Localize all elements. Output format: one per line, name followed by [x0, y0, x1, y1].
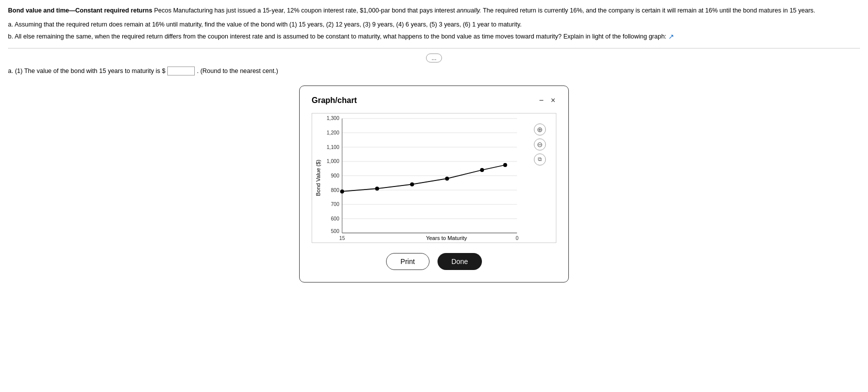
chart-area: 1,300 1,200 1,100 1,000 900 800 700 600 … [322, 118, 551, 238]
subquestion-a-text: Assuming that the required return does r… [14, 21, 521, 28]
external-link-icon: ⧉ [538, 156, 542, 162]
svg-text:900: 900 [331, 173, 339, 178]
zoom-in-button[interactable]: ⊕ [534, 124, 546, 136]
zoom-in-icon: ⊕ [537, 126, 543, 134]
bold-title: Bond value and time—Constant required re… [8, 7, 152, 14]
modal-footer: Print Done [312, 253, 556, 270]
modal-controls: − × [538, 96, 556, 104]
chart-svg: 1,300 1,200 1,100 1,000 900 800 700 600 … [342, 118, 551, 233]
modal-minimize-button[interactable]: − [538, 96, 544, 104]
section-divider [8, 48, 860, 48]
svg-text:1,300: 1,300 [327, 116, 340, 121]
collapse-row: ... [8, 54, 860, 62]
data-point-12 [375, 186, 379, 190]
subquestion-b-label: b. [8, 33, 13, 40]
modal-close-button[interactable]: × [550, 96, 556, 104]
y-axis-label: Bond Value ($) [312, 118, 322, 238]
zoom-out-button[interactable]: ⊖ [534, 138, 546, 150]
chart-zoom-controls: ⊕ ⊖ ⧉ [534, 124, 546, 166]
modal-header: Graph/chart − × [312, 96, 556, 105]
svg-text:1,100: 1,100 [327, 144, 340, 150]
chart-inner: Bond Value ($) [312, 118, 551, 238]
header-body: Pecos Manufacturing has just issued a 15… [154, 7, 815, 14]
data-point-9 [410, 182, 414, 186]
question-a-text1: a. (1) The value of the bond with 15 yea… [8, 68, 165, 74]
svg-text:0: 0 [515, 235, 518, 240]
svg-text:700: 700 [331, 202, 339, 207]
print-button[interactable]: Print [386, 253, 430, 270]
subquestions: a. Assuming that the required return doe… [8, 20, 860, 43]
external-link-button[interactable]: ⧉ [534, 154, 546, 166]
subquestion-b-text: All else remaining the same, when the re… [14, 33, 666, 40]
modal-title: Graph/chart [312, 96, 357, 105]
modal-overlay: Graph/chart − × Bond Value ($) [8, 86, 860, 282]
data-point-15 [340, 190, 344, 194]
header-description: Bond value and time—Constant required re… [8, 6, 860, 16]
chart-plot: 1,300 1,200 1,100 1,000 900 800 700 600 … [342, 118, 551, 233]
question-a-text2: . (Round to the nearest cent.) [197, 68, 278, 74]
data-point-3 [480, 168, 484, 172]
question-a: a. (1) The value of the bond with 15 yea… [8, 66, 860, 76]
svg-text:800: 800 [331, 187, 339, 192]
graph-chart-modal: Graph/chart − × Bond Value ($) [299, 86, 569, 282]
collapse-button[interactable]: ... [426, 54, 442, 62]
trend-icon[interactable]: ↗ [668, 32, 674, 40]
svg-text:600: 600 [331, 216, 339, 221]
answer-input[interactable] [167, 66, 195, 76]
svg-text:500: 500 [331, 228, 339, 234]
subquestion-a-label: a. [8, 21, 13, 28]
svg-text:1,200: 1,200 [327, 130, 340, 136]
svg-text:1,000: 1,000 [327, 158, 340, 164]
data-point-6 [445, 176, 449, 180]
svg-text:15: 15 [339, 235, 345, 240]
data-point-1 [503, 163, 507, 167]
x-axis-label: Years to Maturity [342, 235, 551, 241]
zoom-out-icon: ⊖ [537, 140, 543, 148]
done-button[interactable]: Done [437, 253, 482, 270]
chart-container: Bond Value ($) [312, 113, 556, 243]
